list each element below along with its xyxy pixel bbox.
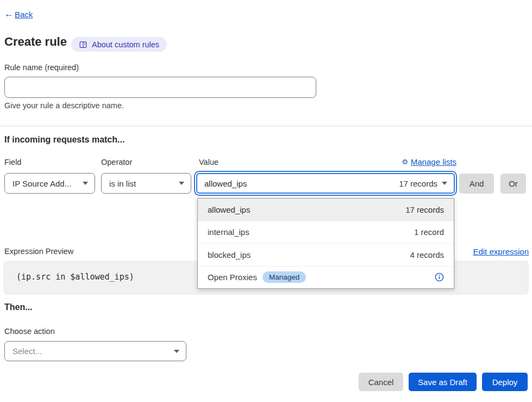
- back-link-label[interactable]: Back: [15, 10, 33, 19]
- list-option-count: 17 records: [405, 205, 444, 214]
- list-option-count: 1 record: [414, 227, 444, 237]
- action-select-placeholder: Select...: [12, 347, 42, 356]
- manage-lists-link[interactable]: ⚙ Manage lists: [402, 157, 456, 166]
- chevron-down-icon: [174, 350, 179, 353]
- value-combobox-inner[interactable]: allowed_ips 17 records: [196, 173, 455, 194]
- chevron-down-icon: [442, 182, 447, 185]
- edit-expression-link[interactable]: Edit expression: [473, 247, 529, 256]
- field-select-value: IP Source Add...: [12, 179, 71, 188]
- value-label: Value: [199, 158, 218, 166]
- about-custom-rules-label: About custom rules: [92, 40, 159, 49]
- section-divider: [0, 126, 532, 126]
- choose-action-label: Choose action: [4, 327, 55, 336]
- field-label: Field: [4, 158, 21, 166]
- info-icon[interactable]: [435, 273, 444, 282]
- list-option-internal-ips[interactable]: internal_ips 1 record: [198, 221, 454, 244]
- or-button[interactable]: Or: [500, 174, 526, 194]
- manage-lists-label[interactable]: Manage lists: [411, 157, 456, 166]
- list-option-name: blocked_ips: [208, 250, 251, 259]
- choose-action-select[interactable]: Select...: [4, 341, 186, 361]
- operator-select-value: is in list: [109, 179, 136, 188]
- page-title: Create rule: [4, 35, 67, 49]
- gear-icon: ⚙: [402, 158, 408, 166]
- then-section-heading: Then...: [4, 302, 33, 312]
- list-option-count: 4 records: [410, 250, 444, 259]
- back-arrow-icon: ←: [4, 9, 14, 20]
- create-rule-page: ← Back Create rule About custom rules Ru…: [0, 0, 532, 402]
- operator-label: Operator: [101, 158, 132, 166]
- deploy-button[interactable]: Deploy: [482, 373, 528, 391]
- chevron-down-icon: [83, 182, 88, 185]
- cancel-button[interactable]: Cancel: [359, 373, 403, 391]
- expression-code: (ip.src in $allowed_ips): [16, 272, 134, 282]
- value-selected-count: 17 records: [399, 179, 437, 188]
- field-select[interactable]: IP Source Add...: [4, 173, 95, 194]
- chevron-down-icon: [179, 182, 184, 185]
- rule-name-label: Rule name (required): [4, 63, 79, 72]
- list-option-name: internal_ips: [208, 227, 249, 237]
- value-selected-name: allowed_ips: [204, 179, 247, 188]
- list-option-blocked-ips[interactable]: blocked_ips 4 records: [198, 243, 454, 266]
- value-combobox[interactable]: allowed_ips 17 records: [194, 171, 457, 196]
- about-custom-rules-link[interactable]: About custom rules: [71, 37, 167, 52]
- list-option-allowed-ips[interactable]: allowed_ips 17 records: [198, 199, 454, 221]
- rule-name-help-text: Give your rule a descriptive name.: [4, 101, 124, 110]
- list-option-open-proxies[interactable]: Open Proxies Managed: [198, 266, 454, 289]
- expression-preview-label: Expression Preview: [4, 247, 73, 256]
- list-dropdown-menu: allowed_ips 17 records internal_ips 1 re…: [197, 198, 454, 289]
- and-button[interactable]: And: [459, 174, 494, 194]
- book-icon: [79, 40, 87, 49]
- managed-badge: Managed: [262, 271, 306, 283]
- rule-name-input[interactable]: [4, 77, 316, 98]
- match-section-heading: If incoming requests match...: [4, 135, 124, 145]
- list-option-name: allowed_ips: [208, 205, 250, 214]
- back-link[interactable]: ← Back: [4, 9, 33, 20]
- list-option-name: Open Proxies: [208, 273, 257, 282]
- operator-select[interactable]: is in list: [101, 173, 191, 194]
- save-as-draft-button[interactable]: Save as Draft: [409, 373, 477, 391]
